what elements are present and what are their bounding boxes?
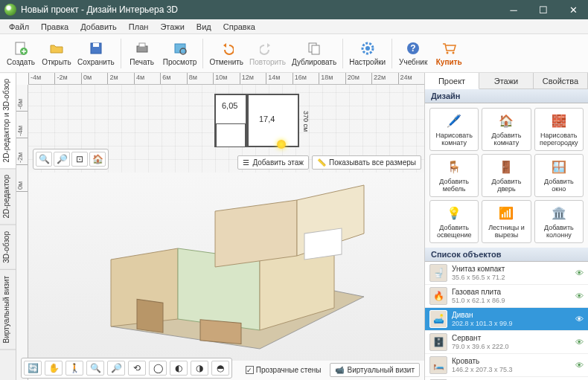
save-button[interactable]: Сохранить [74, 36, 118, 71]
minimize-button[interactable]: ─ [499, 0, 528, 19]
object-thumb: 🛏️ [429, 356, 447, 374]
light-marker[interactable] [277, 140, 286, 149]
design-btn-8[interactable]: 🏛️Добавитьколонну [534, 200, 584, 243]
transparent-walls-checkbox[interactable]: ✓Прозрачные стены [246, 366, 322, 374]
zoom-3d-out[interactable]: 🔍 [86, 361, 104, 376]
view-3d[interactable] [28, 173, 424, 361]
list-item[interactable]: 🗄️Сервант79.0 x 39.6 x 222.0👁 [425, 331, 588, 354]
redo-button[interactable]: Повторить [246, 36, 289, 71]
menu-view[interactable]: Вид [191, 21, 217, 33]
svg-rect-5 [139, 43, 145, 47]
close-button[interactable]: ✕ [558, 0, 588, 19]
list-item[interactable]: 🛏️Кровать146.2 x 207.3 x 75.3👁 [425, 354, 588, 377]
visibility-icon[interactable]: 👁 [575, 361, 584, 370]
design-btn-1[interactable]: 🏠Добавитькомнату [482, 108, 531, 151]
svg-point-11 [365, 46, 370, 51]
home-button[interactable]: 🏠 [89, 152, 106, 167]
design-btn-3[interactable]: 🪑Добавитьмебель [429, 154, 479, 197]
side-tab-virtual[interactable]: Виртуальный визит [0, 270, 16, 350]
preview-icon [172, 40, 188, 57]
view-iso-button[interactable]: ◓ [211, 361, 229, 376]
side-tab-3d[interactable]: 3D-обзор [0, 225, 16, 270]
view-front-button[interactable]: ◐ [170, 361, 188, 376]
list-item[interactable]: 🛋️Диван202.8 x 101.3 x 99.9👁 [425, 308, 588, 331]
new-file-icon [13, 40, 29, 57]
settings-button[interactable]: Настройки [346, 36, 389, 71]
show-dims-button[interactable]: 📏Показывать все размеры [312, 155, 421, 170]
design-btn-6[interactable]: 💡Добавитьосвещение [429, 200, 479, 243]
svg-rect-24 [137, 299, 163, 332]
menu-edit[interactable]: Правка [35, 21, 74, 33]
side-tab-2d[interactable]: 2D-редактор [0, 169, 16, 225]
design-header: Дизайн [425, 89, 588, 103]
design-btn-5[interactable]: 🪟Добавитьокно [534, 154, 584, 197]
create-button[interactable]: Создать [3, 36, 39, 71]
room-area-2: 17,4 [259, 115, 275, 123]
menu-floors[interactable]: Этажи [154, 21, 190, 33]
duplicate-icon [306, 40, 322, 57]
visibility-icon[interactable]: 👁 [575, 315, 584, 323]
tutorial-button[interactable]: ?Учебник [395, 36, 431, 71]
open-button[interactable]: Открыть [39, 36, 74, 71]
svg-rect-9 [312, 45, 319, 54]
room-area-1: 6,05 [222, 101, 237, 110]
design-btn-4[interactable]: 🚪Добавитьдверь [482, 154, 531, 197]
menu-help[interactable]: Справка [217, 21, 261, 33]
undo-button[interactable]: Отменить [206, 36, 246, 71]
objects-header: Список объектов [425, 248, 588, 262]
folder-open-icon [48, 40, 65, 57]
svg-point-15 [453, 52, 455, 54]
zoom-fit-button[interactable]: ⊡ [71, 152, 88, 167]
cart-icon [441, 40, 457, 57]
design-btn-0[interactable]: 🖊️Нарисоватькомнату [429, 108, 479, 151]
visibility-icon[interactable]: 👁 [575, 338, 584, 347]
design-icon: 🏠 [497, 112, 515, 130]
side-tab-2d3d[interactable]: 2D-редактор и 3D-обзор [0, 73, 16, 169]
view-side-button[interactable]: ◑ [191, 361, 208, 376]
design-btn-7[interactable]: 📶Лестницы ивырезы [482, 200, 531, 243]
visibility-icon[interactable]: 👁 [575, 292, 584, 300]
svg-point-14 [447, 52, 449, 54]
tab-floors[interactable]: Этажи [479, 73, 534, 88]
view-tools: 🔄 ✋ 🚶 🔍 🔎 ⟲ ◯ ◐ ◑ ◓ [21, 358, 232, 379]
svg-rect-23 [200, 319, 241, 344]
list-item[interactable]: 🔥Газовая плита51.0 x 62.1 x 86.9👁 [425, 285, 588, 308]
zoom-out-button[interactable]: 🔍 [36, 152, 52, 167]
object-thumb: 🚽 [429, 264, 447, 282]
list-item[interactable]: 🪟Двойное окно👁 [425, 377, 588, 380]
orbit-button[interactable]: 🔄 [24, 361, 42, 376]
print-button[interactable]: Печать [124, 36, 160, 71]
menu-add[interactable]: Добавить [74, 21, 123, 33]
add-floor-button[interactable]: ☰Добавить этаж [237, 155, 309, 170]
design-icon: 🧱 [550, 112, 568, 130]
preview-button[interactable]: Просмотр [160, 36, 200, 71]
zoom-in-button[interactable]: 🔎 [54, 152, 70, 167]
tab-properties[interactable]: Свойства [534, 73, 588, 88]
plan-2d-view[interactable]: 6,05 17,4 370 см 🔍 🔎 ⊡ 🏠 ☰Добавить этаж … [28, 85, 424, 173]
menu-plan[interactable]: План [123, 21, 155, 33]
menu-file[interactable]: Файл [3, 21, 35, 33]
right-panel: Проект Этажи Свойства Дизайн 🖊️Нарисоват… [424, 73, 588, 380]
menubar: Файл Правка Добавить План Этажи Вид Спра… [0, 19, 588, 34]
zoom-3d-in[interactable]: 🔎 [107, 361, 125, 376]
camera-icon: 📹 [335, 366, 344, 374]
canvas-area: -4м-2м0м2м4м6м8м10м12м14м16м18м20м22м24м… [16, 73, 424, 380]
buy-button[interactable]: Купить [431, 36, 467, 71]
save-icon [88, 40, 104, 57]
object-thumb: 🛋️ [429, 310, 447, 328]
visibility-icon[interactable]: 👁 [575, 268, 584, 277]
list-item[interactable]: 🚽Унитаз компакт35.6 x 56.5 x 71.2👁 [425, 262, 588, 285]
virtual-visit-button[interactable]: 📹Виртуальный визит [330, 363, 420, 377]
reset-3d-button[interactable]: ⟲ [128, 361, 146, 376]
duplicate-button[interactable]: Дублировать [289, 36, 339, 71]
titlebar: Новый проект - Дизайн Интерьера 3D ─ ☐ ✕ [0, 0, 588, 19]
maximize-button[interactable]: ☐ [528, 0, 558, 19]
tab-project[interactable]: Проект [425, 73, 479, 89]
walk-button[interactable]: 🚶 [65, 361, 83, 376]
object-list[interactable]: 🚽Унитаз компакт35.6 x 56.5 x 71.2👁🔥Газов… [425, 262, 588, 380]
ruler-icon: 📏 [317, 158, 326, 167]
design-btn-2[interactable]: 🧱Нарисоватьперегородку [534, 108, 584, 151]
svg-text:?: ? [411, 43, 416, 54]
view-top-button[interactable]: ◯ [149, 361, 167, 376]
pan-button[interactable]: ✋ [45, 361, 63, 376]
